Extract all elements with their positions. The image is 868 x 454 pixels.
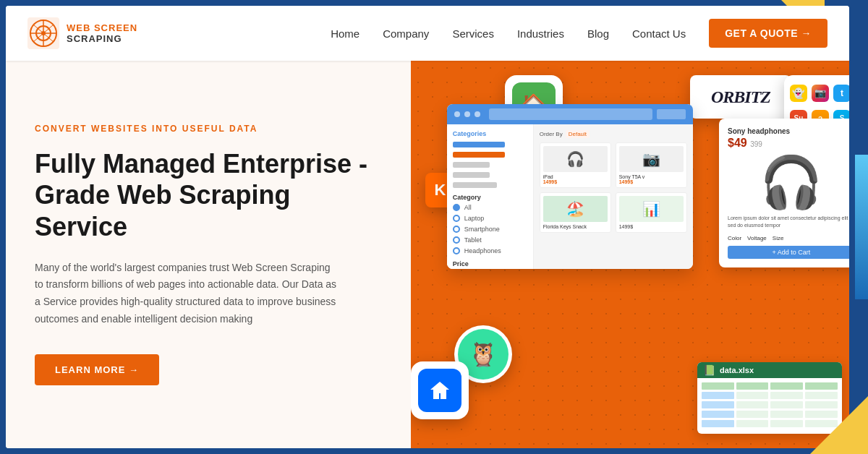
filter-label-5: Headphones (464, 247, 501, 254)
amazon-product-image: 🎧 (728, 153, 849, 212)
sidebar-filter-4 (453, 172, 490, 178)
zillow-card (411, 361, 469, 419)
nav-link-industries[interactable]: Industries (517, 27, 564, 40)
cell-3-2 (736, 411, 769, 418)
cell-1-3 (770, 392, 803, 399)
spreadsheet-title: data.xlsx (720, 366, 754, 374)
twitter-icon: t (833, 85, 849, 102)
option-label-3: Size (773, 235, 784, 241)
sidebar-filter-1 (453, 142, 505, 147)
product-name-3: Florida Keys Snack (543, 224, 608, 229)
nav-link-blog[interactable]: Blog (587, 27, 609, 40)
filter-dot-2 (453, 215, 460, 222)
cell-h1 (702, 382, 734, 390)
logo-text: WEB SCREEN SCRAPING (67, 22, 137, 44)
browser-button (657, 109, 686, 119)
sidebar-filter-3 (453, 162, 490, 168)
product-card-hotel: 🏖️ Florida Keys Snack (540, 192, 611, 233)
spreadsheet-row-4 (702, 420, 838, 427)
browser-dot-3 (475, 111, 480, 117)
hero-left: CONVERT WEBSITES INTO USEFUL DATA Fully … (6, 61, 411, 448)
option-label-1: Color (728, 235, 741, 241)
filter-row-4: Tablet (453, 236, 527, 244)
filter-label-1: All (464, 204, 472, 211)
product-grid: Categories Category All (447, 124, 693, 269)
get-quote-button[interactable]: GET A QUOTE → (709, 19, 827, 48)
product-price-1: 1499$ (543, 179, 608, 184)
sidebar-filter-5 (453, 182, 498, 188)
hero-title: Fully Managed Enterprise - Grade Web Scr… (35, 148, 382, 242)
cell-4-4 (805, 420, 838, 427)
cell-2-3 (770, 401, 803, 408)
learn-more-button[interactable]: LEARN MORE → (35, 354, 159, 385)
side-accent (855, 155, 868, 299)
product-card-headphones: 🎧 iPad 1499$ (540, 142, 611, 188)
logo-text-top: WEB SCREEN (67, 22, 137, 33)
cell-h3 (770, 382, 803, 390)
category-label: Categories (453, 130, 527, 137)
logo-icon (27, 17, 59, 49)
cell-h4 (805, 382, 838, 390)
nav-link-company[interactable]: Company (383, 27, 429, 40)
spreadsheet-card: 📗 data.xlsx (697, 362, 842, 434)
product-card-camera: 📷 Sony T5A v 1499$ (616, 142, 687, 188)
product-card-excel: 📊 1499$ (616, 192, 687, 233)
product-row-2: 🏖️ Florida Keys Snack 📊 1499$ (540, 192, 687, 233)
sort-bar: Order By Default (540, 130, 687, 138)
nav-link-services[interactable]: Services (452, 27, 494, 40)
cell-3-1 (702, 411, 734, 418)
cell-h2 (736, 382, 769, 390)
nav-link-contact[interactable]: Contact Us (632, 27, 686, 40)
filter-dot-4 (453, 236, 460, 244)
browser-address-bar (489, 108, 652, 120)
option-label-2: Voltage (747, 235, 767, 241)
product-img-headphones: 🎧 (543, 146, 608, 172)
cell-1-2 (736, 392, 769, 399)
cell-1-1 (702, 392, 734, 399)
spreadsheet-row-3 (702, 411, 838, 418)
nav-link-home[interactable]: Home (331, 27, 359, 40)
product-name-1: iPad (543, 174, 608, 179)
instagram-icon: 📷 (812, 85, 829, 102)
spreadsheet-row-header (702, 382, 838, 390)
filter-row-5: Headphones (453, 247, 527, 254)
cell-1-4 (805, 392, 838, 399)
cell-3-4 (805, 411, 838, 418)
product-img-camera: 📷 (619, 146, 684, 172)
filter-row-2: Laptop (453, 215, 527, 222)
spreadsheet-row-2 (702, 401, 838, 408)
filter-label-3: Smartphone (464, 226, 500, 233)
add-to-cart-button[interactable]: + Add to Cart (728, 246, 849, 259)
amazon-product-options: Color Voltage Size (728, 235, 849, 241)
logo-text-bottom: SCRAPING (67, 33, 137, 44)
browser-dot-2 (464, 111, 470, 117)
hero-subtitle: CONVERT WEBSITES INTO USEFUL DATA (35, 124, 382, 134)
cell-2-2 (736, 401, 769, 408)
filter-dot-1 (453, 204, 460, 211)
logo-area[interactable]: WEB SCREEN SCRAPING (27, 17, 137, 49)
browser-topbar (447, 104, 693, 124)
filter-dot-3 (453, 226, 460, 233)
sidebar-filter-2 (453, 152, 505, 158)
filter-dot-5 (453, 247, 460, 254)
hero-section: CONVERT WEBSITES INTO USEFUL DATA Fully … (6, 61, 849, 448)
orbitz-text: ORBITZ (711, 87, 770, 107)
amazon-product-price: $49 399 (728, 137, 849, 150)
amazon-product-description: Lorem ipsum dolor sit amet consectetur a… (728, 215, 849, 229)
filter-label-4: Tablet (464, 236, 482, 244)
hero-right: 🏠 ORBITZ 👻 📷 t in Su a S P Y (411, 61, 849, 448)
cell-4-1 (702, 420, 734, 427)
filter-label-2: Laptop (464, 215, 485, 222)
spreadsheet-header: 📗 data.xlsx (697, 362, 842, 378)
zillow-svg (429, 380, 451, 401)
product-price-2: 1499$ (619, 179, 684, 184)
product-img-hotel: 🏖️ (543, 196, 608, 222)
spreadsheet-body (697, 378, 842, 434)
excel-icon: 📗 (703, 364, 715, 376)
product-img-excel: 📊 (619, 196, 684, 222)
browser-card-main: Categories Category All (447, 104, 693, 269)
spreadsheet-row-1 (702, 392, 838, 399)
zillow-icon (418, 369, 461, 412)
sidebar-mock: Categories Category All (447, 124, 534, 269)
browser-content: Categories Category All (447, 124, 693, 269)
